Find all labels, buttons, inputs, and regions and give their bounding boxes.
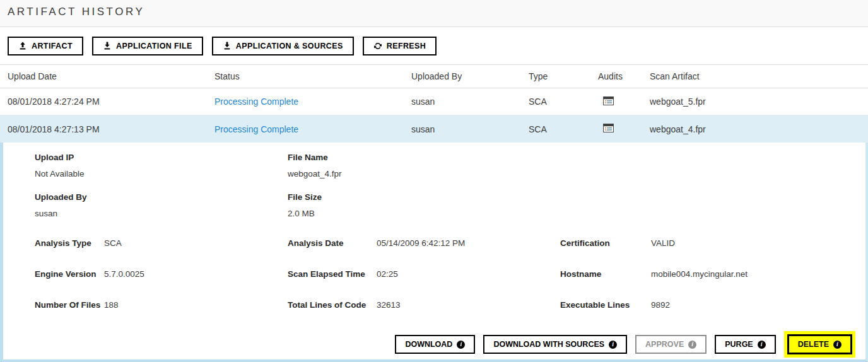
total-lines-of-code-value: 32613 (377, 299, 401, 312)
delete-button-highlight: DELETE i (784, 331, 855, 358)
artifact-button[interactable]: ARTIFACT (8, 37, 83, 55)
refresh-icon (373, 42, 382, 50)
column-header-uploaded-by: Uploaded By (411, 71, 529, 81)
purge-button[interactable]: PURGE i (715, 335, 775, 354)
upload-icon (18, 42, 27, 50)
executable-lines-label: Executable Lines (560, 299, 651, 312)
approve-button[interactable]: APPROVE i (635, 335, 707, 354)
scan-artifact-cell: webgoat_5.fpr (650, 96, 868, 107)
column-header-audits: Audits (598, 71, 650, 81)
delete-button[interactable]: DELETE i (787, 334, 852, 354)
analysis-type-label: Analysis Type (35, 237, 104, 250)
info-icon: i (609, 341, 617, 349)
column-header-scan-artifact: Scan Artifact (650, 71, 868, 81)
refresh-button[interactable]: REFRESH (363, 37, 437, 55)
file-name-value: webgoat_4.fpr (288, 169, 859, 178)
application-file-button[interactable]: APPLICATION FILE (92, 37, 203, 55)
table-row-selected[interactable]: 08/01/2018 4:27:13 PM Processing Complet… (0, 115, 868, 143)
approve-button-label: APPROVE (645, 340, 684, 349)
analysis-type-value: SCA (104, 237, 122, 250)
detail-action-bar: DOWNLOAD i DOWNLOAD WITH SOURCES i APPRO… (35, 331, 859, 358)
refresh-button-label: REFRESH (387, 42, 426, 50)
engine-version-value: 5.7.0.0025 (104, 268, 144, 281)
hostname-value: mobile004.mycingular.net (651, 268, 748, 281)
column-header-type: Type (529, 71, 598, 81)
uploaded-by-cell: susan (411, 96, 529, 107)
hostname-label: Hostname (560, 268, 651, 281)
file-size-label: File Size (288, 192, 859, 202)
scan-elapsed-time-label: Scan Elapsed Time (288, 268, 367, 281)
status-link[interactable]: Processing Complete (214, 96, 298, 107)
uploaded-by-value: susan (35, 209, 288, 218)
delete-button-label: DELETE (798, 340, 829, 349)
page-title: ARTIFACT HISTORY (8, 6, 860, 18)
upload-ip-value: Not Available (35, 169, 288, 178)
download-button[interactable]: DOWNLOAD i (395, 335, 475, 354)
info-icon: i (833, 341, 842, 349)
download-with-sources-button[interactable]: DOWNLOAD WITH SOURCES i (483, 335, 627, 354)
uploaded-by-cell: susan (411, 124, 529, 134)
audits-icon[interactable] (603, 96, 614, 107)
table-row[interactable]: 08/01/2018 4:27:24 PM Processing Complet… (0, 88, 868, 115)
download-icon (223, 42, 232, 50)
scan-elapsed-time-value: 02:25 (377, 268, 398, 281)
status-link[interactable]: Processing Complete (214, 124, 298, 134)
application-sources-button[interactable]: APPLICATION & SOURCES (212, 37, 354, 55)
number-of-files-value: 188 (104, 299, 119, 312)
file-size-value: 2.0 MB (288, 209, 859, 218)
audits-icon[interactable] (603, 124, 614, 134)
file-name-label: File Name (288, 153, 859, 162)
table-header: Upload Date Status Uploaded By Type Audi… (0, 64, 868, 88)
upload-date-cell: 08/01/2018 4:27:24 PM (8, 96, 214, 107)
certification-label: Certification (560, 237, 651, 250)
column-header-status: Status (214, 71, 411, 81)
application-file-button-label: APPLICATION FILE (116, 42, 192, 50)
detail-top-section: Upload IP Not Available Uploaded By susa… (35, 153, 859, 232)
upload-date-cell: 08/01/2018 4:27:13 PM (8, 124, 214, 134)
info-icon: i (688, 341, 696, 349)
page-header: ARTIFACT HISTORY (0, 0, 868, 27)
toolbar: ARTIFACT APPLICATION FILE APPLICATION & … (0, 27, 868, 64)
purge-button-label: PURGE (725, 340, 753, 349)
download-button-label: DOWNLOAD (405, 340, 452, 349)
type-cell: SCA (529, 124, 598, 134)
download-icon (103, 42, 112, 50)
info-icon: i (457, 341, 465, 349)
uploaded-by-label: Uploaded By (35, 192, 288, 202)
total-lines-of-code-label: Total Lines of Code (288, 299, 367, 312)
certification-value: VALID (651, 237, 675, 250)
number-of-files-label: Number Of Files (35, 299, 104, 312)
info-icon: i (758, 341, 766, 349)
column-header-upload-date: Upload Date (8, 71, 214, 81)
artifact-detail-panel: Upload IP Not Available Uploaded By susa… (0, 143, 868, 362)
analysis-date-label: Analysis Date (288, 237, 367, 250)
analysis-date-value: 05/14/2009 6:42:12 PM (377, 237, 465, 250)
upload-ip-label: Upload IP (35, 153, 288, 162)
engine-version-label: Engine Version (35, 268, 104, 281)
type-cell: SCA (529, 96, 598, 107)
detail-grid-section: Analysis Type SCA Analysis Date 05/14/20… (35, 237, 859, 330)
scan-artifact-cell: webgoat_4.fpr (650, 124, 868, 134)
artifact-button-label: ARTIFACT (32, 42, 73, 50)
executable-lines-value: 9892 (651, 299, 670, 312)
application-sources-button-label: APPLICATION & SOURCES (236, 42, 343, 50)
download-with-sources-button-label: DOWNLOAD WITH SOURCES (493, 340, 604, 349)
